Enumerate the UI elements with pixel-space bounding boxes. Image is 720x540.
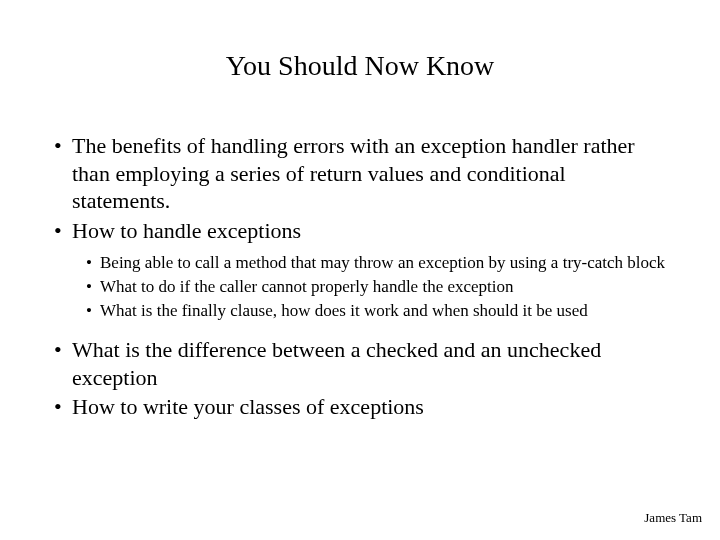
list-item: • How to write your classes of exception…	[54, 393, 666, 421]
list-item-text: The benefits of handling errors with an …	[72, 132, 666, 215]
list-item-text: Being able to call a method that may thr…	[100, 252, 666, 274]
bullet-icon: •	[86, 252, 100, 274]
list-item: • What is the finally clause, how does i…	[86, 300, 666, 322]
bullet-icon: •	[54, 132, 72, 215]
list-item: • What is the difference between a check…	[54, 336, 666, 391]
list-item: • Being able to call a method that may t…	[86, 252, 666, 274]
list-item-text: What is the difference between a checked…	[72, 336, 666, 391]
list-item: • The benefits of handling errors with a…	[54, 132, 666, 215]
list-item-text: What is the finally clause, how does it …	[100, 300, 666, 322]
bullet-icon: •	[54, 217, 72, 245]
list-item: • How to handle exceptions • Being able …	[54, 217, 666, 323]
slide-title: You Should Now Know	[54, 50, 666, 82]
list-item-text: How to handle exceptions	[72, 217, 666, 245]
list-item-text: What to do if the caller cannot properly…	[100, 276, 666, 298]
bullet-icon: •	[54, 393, 72, 421]
bullet-icon: •	[54, 336, 72, 391]
list-item-text: How to write your classes of exceptions	[72, 393, 666, 421]
bullet-icon: •	[86, 276, 100, 298]
footer-author: James Tam	[644, 510, 702, 526]
list-item: • What to do if the caller cannot proper…	[86, 276, 666, 298]
bullet-icon: •	[86, 300, 100, 322]
sub-bullet-list: • Being able to call a method that may t…	[86, 252, 666, 322]
bullet-list: • The benefits of handling errors with a…	[54, 132, 666, 421]
slide: You Should Now Know • The benefits of ha…	[0, 0, 720, 540]
